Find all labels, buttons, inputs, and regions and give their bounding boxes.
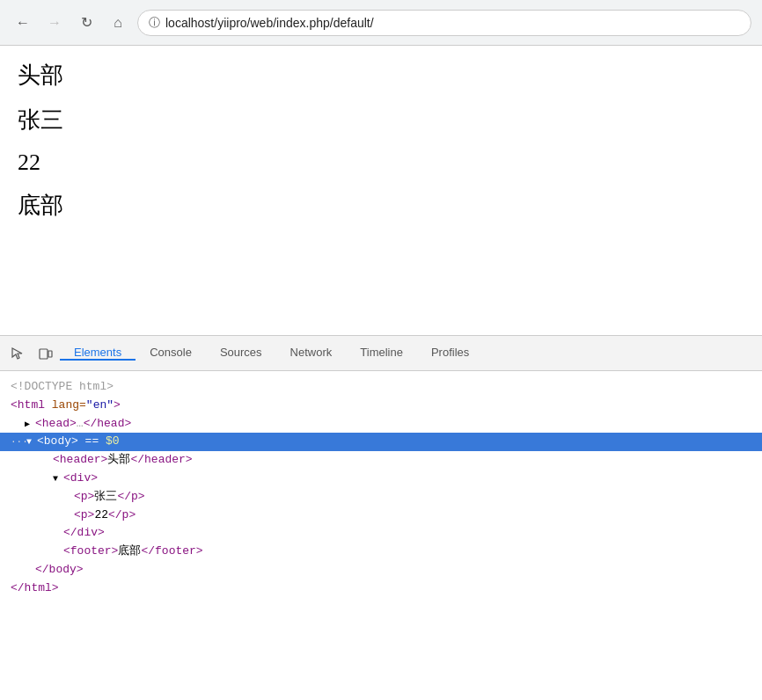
tab-sources[interactable]: Sources: [206, 346, 276, 361]
div-triangle[interactable]: ▼: [53, 472, 63, 486]
code-doctype: <!DOCTYPE html>: [11, 378, 751, 397]
devtools-panel: Elements Console Sources Network Timelin…: [0, 336, 762, 700]
cursor-icon: [10, 346, 26, 361]
address-bar[interactable]: ⓘ localhost/yiipro/web/index.php/default…: [137, 10, 751, 36]
body-triangle[interactable]: ▼: [26, 435, 37, 449]
info-icon: ⓘ: [149, 15, 160, 31]
page-footer: 底部: [18, 190, 744, 221]
device-icon: [38, 346, 54, 361]
tab-profiles[interactable]: Profiles: [417, 346, 483, 361]
page-header: 头部: [18, 60, 744, 91]
inspect-element-button[interactable]: [4, 339, 32, 368]
code-body-selected[interactable]: ···▼<body> == $0: [0, 433, 762, 451]
code-div-open[interactable]: ▼<div>: [11, 470, 751, 488]
browser-toolbar: ← → ↻ ⌂ ⓘ localhost/yiipro/web/index.php…: [0, 0, 762, 46]
forward-button[interactable]: →: [42, 11, 67, 35]
page-name: 张三: [18, 105, 744, 135]
tab-timeline[interactable]: Timeline: [346, 346, 417, 361]
code-p2: <p>22</p>: [11, 507, 751, 525]
tab-network[interactable]: Network: [276, 346, 347, 361]
head-triangle[interactable]: ▶: [25, 418, 35, 432]
page-age: 22: [18, 149, 744, 176]
devtools-tabs: Elements Console Sources Network Timelin…: [60, 346, 758, 361]
code-head[interactable]: ▶<head>…</head>: [11, 415, 751, 434]
code-footer: <footer>底部</footer>: [11, 543, 751, 561]
tab-elements[interactable]: Elements: [60, 346, 136, 361]
code-div-close: </div>: [11, 524, 751, 543]
home-button[interactable]: ⌂: [106, 11, 130, 35]
body-dots: ···: [11, 434, 26, 450]
device-mode-button[interactable]: [32, 339, 60, 368]
devtools-code-panel: <!DOCTYPE html> <html lang="en"> ▶<head>…: [0, 371, 762, 700]
svg-rect-0: [40, 349, 48, 359]
code-p1: <p>张三</p>: [11, 488, 751, 507]
nav-buttons: ← → ↻ ⌂: [11, 11, 130, 35]
devtools-toolbar: Elements Console Sources Network Timelin…: [0, 336, 762, 371]
back-button[interactable]: ←: [11, 11, 35, 35]
reload-button[interactable]: ↻: [74, 11, 99, 35]
svg-rect-1: [48, 351, 52, 357]
code-html-close: </html>: [11, 580, 751, 598]
code-header: <header>头部</header>: [11, 451, 751, 470]
url-text: localhost/yiipro/web/index.php/default/: [165, 16, 374, 30]
code-body-close: </body>: [11, 561, 751, 580]
tab-console[interactable]: Console: [136, 346, 206, 361]
page-content: 头部 张三 22 底部: [0, 46, 762, 336]
code-html-open: <html lang="en">: [11, 397, 751, 415]
